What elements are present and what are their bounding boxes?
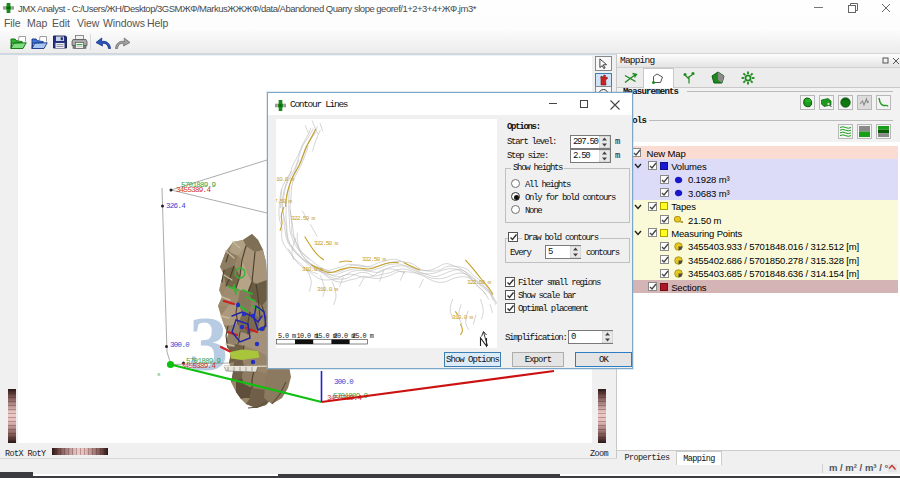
- svg-text:300.0: 300.0: [170, 341, 190, 349]
- svg-text:3455389.4: 3455389.4: [176, 186, 211, 194]
- svg-text:300.0: 300.0: [334, 378, 354, 386]
- svg-text:326.4: 326.4: [166, 202, 186, 210]
- svg-text:x: x: [157, 371, 161, 378]
